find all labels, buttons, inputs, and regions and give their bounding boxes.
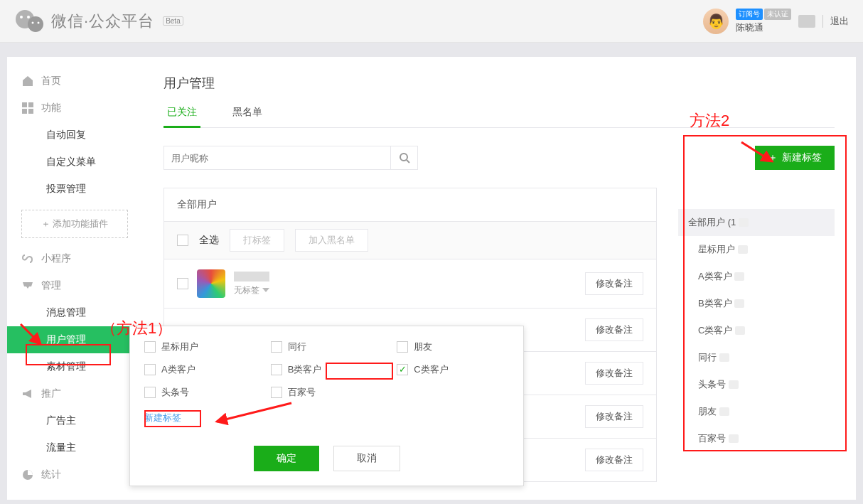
megaphone-icon	[21, 387, 34, 400]
svg-point-2	[20, 16, 23, 18]
sidebar-item-material[interactable]: 素材管理	[7, 353, 142, 380]
confirm-button[interactable]: 确定	[254, 446, 319, 471]
tag-check-peer[interactable]: 同行	[271, 341, 383, 353]
sidebar-label: 统计	[41, 468, 61, 481]
blacklist-button[interactable]: 加入黑名单	[295, 229, 368, 252]
badge-unverified: 未认证	[764, 9, 791, 20]
divider	[822, 15, 823, 28]
tag-list-item[interactable]: 朋友	[678, 398, 835, 425]
checkbox[interactable]	[144, 341, 156, 353]
mail-icon[interactable]	[798, 15, 815, 28]
sidebar-item-auto-reply[interactable]: 自动回复	[7, 122, 142, 149]
user-checkbox[interactable]	[177, 278, 188, 289]
account-badges: 订阅号 未认证 陈晓通	[736, 9, 791, 34]
tag-list-item-all[interactable]: 全部用户 (1	[678, 209, 835, 236]
logo-area: 微信·公众平台 Beta	[14, 9, 183, 34]
tag-list-item[interactable]: 同行	[678, 344, 835, 371]
edit-remark-button[interactable]: 修改备注	[585, 272, 643, 295]
tag-list-item[interactable]: 头条号	[678, 371, 835, 398]
search-icon	[399, 152, 410, 163]
sidebar-item-advertiser[interactable]: 广告主	[7, 407, 142, 434]
sidebar-add-plugin[interactable]: ＋ 添加功能插件	[21, 210, 128, 238]
tag-check-a-customer[interactable]: A类客户	[144, 363, 257, 376]
sidebar-item-custom-menu[interactable]: 自定义菜单	[7, 149, 142, 176]
sidebar-item-promotion[interactable]: 推广	[7, 380, 142, 407]
checkbox[interactable]	[144, 387, 156, 398]
beta-tag: Beta	[163, 16, 183, 26]
header-bar: 微信·公众平台 Beta 👨 订阅号 未认证 陈晓通 退出	[0, 0, 863, 43]
tag-list-item[interactable]: A类客户	[678, 263, 835, 290]
grid-icon	[21, 102, 34, 114]
search-input[interactable]	[164, 146, 391, 170]
sidebar-label: 小程序	[41, 252, 71, 265]
search-button[interactable]	[391, 146, 418, 170]
panel-header-all-users: 全部用户	[164, 188, 656, 222]
tag-list-item[interactable]: 星标用户	[678, 236, 835, 263]
logout-link[interactable]: 退出	[830, 15, 849, 28]
tabs: 已关注 黑名单	[164, 106, 835, 128]
sidebar-item-msg-manage[interactable]: 消息管理	[7, 299, 142, 326]
svg-rect-9	[28, 109, 33, 114]
checkbox-checked[interactable]	[397, 364, 408, 375]
chevron-down-icon	[262, 288, 269, 292]
tag-check-toutiao[interactable]: 头条号	[144, 386, 257, 399]
checkbox[interactable]	[271, 364, 282, 375]
user-row: 无标签 修改备注	[164, 259, 656, 309]
tag-list-item[interactable]: 百家号	[678, 425, 835, 452]
tag-list: 全部用户 (1 星标用户 A类客户 B类客户 C类客户 同行 头条号 朋友 百家…	[678, 170, 835, 452]
tab-followed[interactable]: 已关注	[164, 106, 200, 127]
tag-check-b-customer[interactable]: B类客户	[271, 363, 383, 376]
sidebar-item-home[interactable]: 首页	[7, 68, 142, 95]
checkbox[interactable]	[144, 364, 156, 375]
svg-line-12	[407, 160, 409, 163]
cancel-button[interactable]: 取消	[333, 446, 400, 471]
tag-check-c-customer[interactable]: C类客户	[397, 363, 509, 376]
inbox-icon	[21, 279, 34, 292]
sidebar-item-features[interactable]: 功能	[7, 95, 142, 122]
tag-check-baijia[interactable]: 百家号	[271, 386, 383, 399]
sidebar-item-miniapp[interactable]: 小程序	[7, 245, 142, 272]
svg-rect-7	[28, 102, 33, 107]
tab-blacklist[interactable]: 黑名单	[229, 106, 266, 127]
select-all-checkbox[interactable]	[177, 235, 188, 246]
sidebar-item-manage[interactable]: 管理	[7, 272, 142, 299]
tag-check-friend[interactable]: 朋友	[397, 341, 509, 353]
sidebar-label: 管理	[41, 279, 61, 292]
tag-button[interactable]: 打标签	[230, 229, 284, 252]
svg-point-4	[32, 21, 34, 23]
edit-remark-button[interactable]: 修改备注	[585, 405, 643, 428]
checkbox[interactable]	[271, 341, 282, 353]
svg-point-5	[38, 21, 40, 23]
page-wrap: 首页 功能 自动回复 自定义菜单 投票管理 ＋ 添加功能插件 小程序 管理 消息…	[0, 43, 863, 500]
tag-list-item[interactable]: B类客户	[678, 290, 835, 317]
edit-remark-button[interactable]: 修改备注	[585, 449, 643, 471]
tag-check-star[interactable]: 星标用户	[144, 341, 257, 353]
edit-remark-button[interactable]: 修改备注	[585, 362, 643, 385]
sidebar-item-stats[interactable]: 统计	[7, 461, 142, 488]
badge-subscribe: 订阅号	[736, 9, 763, 20]
plus-icon: ＋	[768, 151, 778, 164]
page-title: 用户管理	[164, 75, 835, 92]
new-tag-button[interactable]: ＋ 新建标签	[755, 146, 835, 170]
username[interactable]: 陈晓通	[736, 21, 791, 34]
sidebar-label: 首页	[41, 75, 61, 87]
user-avatar[interactable]: 👨	[703, 9, 729, 34]
content: 用户管理 已关注 黑名单 全部用户 全选 打标签	[142, 57, 856, 500]
sidebar-item-traffic[interactable]: 流量主	[7, 434, 142, 461]
tag-list-item[interactable]: C类客户	[678, 317, 835, 344]
svg-point-3	[27, 16, 30, 18]
user-tag-label[interactable]: 无标签	[234, 284, 577, 296]
action-row: 全选 打标签 加入黑名单	[164, 222, 656, 259]
checkbox[interactable]	[397, 341, 408, 353]
checkbox[interactable]	[271, 387, 282, 398]
new-tag-link[interactable]: 新建标签	[144, 412, 181, 423]
tag-sidebar: ＋ 新建标签 全部用户 (1 星标用户 A类客户 B类客户 C类客户 同行	[678, 146, 835, 482]
sidebar-item-user-manage[interactable]: 用户管理	[7, 326, 142, 353]
user-nickname	[234, 272, 269, 282]
sidebar-label: 推广	[41, 387, 61, 400]
miniapp-icon	[21, 252, 34, 265]
pie-icon	[21, 468, 34, 481]
search-row	[164, 146, 657, 170]
edit-remark-button[interactable]: 修改备注	[585, 318, 643, 341]
sidebar-item-vote[interactable]: 投票管理	[7, 176, 142, 203]
